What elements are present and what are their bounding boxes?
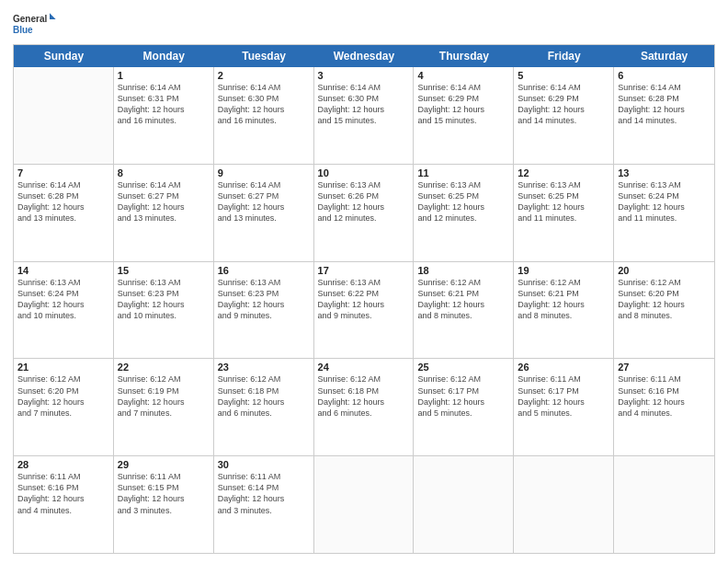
calendar-cell: 18Sunrise: 6:12 AM Sunset: 6:21 PM Dayli…	[414, 262, 514, 359]
calendar-row: 7Sunrise: 6:14 AM Sunset: 6:28 PM Daylig…	[14, 165, 714, 262]
calendar-cell: 3Sunrise: 6:14 AM Sunset: 6:30 PM Daylig…	[314, 67, 415, 164]
page-header: General Blue	[13, 9, 715, 39]
cell-date: 5	[518, 70, 609, 81]
cell-info: Sunrise: 6:11 AM Sunset: 6:16 PM Dayligh…	[618, 373, 711, 419]
calendar-cell: 26Sunrise: 6:11 AM Sunset: 6:17 PM Dayli…	[514, 359, 614, 455]
calendar-cell: 12Sunrise: 6:13 AM Sunset: 6:25 PM Dayli…	[514, 165, 614, 261]
cell-info: Sunrise: 6:12 AM Sunset: 6:19 PM Dayligh…	[118, 373, 210, 419]
cell-date: 26	[518, 362, 609, 373]
cell-date: 29	[118, 459, 210, 470]
cell-date: 13	[618, 167, 711, 178]
cell-date: 24	[318, 362, 410, 373]
cell-date: 27	[618, 362, 711, 373]
calendar-cell: 7Sunrise: 6:14 AM Sunset: 6:28 PM Daylig…	[14, 165, 114, 261]
calendar-cell	[614, 456, 714, 553]
cell-info: Sunrise: 6:13 AM Sunset: 6:25 PM Dayligh…	[417, 179, 509, 224]
cell-date: 11	[417, 167, 509, 178]
cell-info: Sunrise: 6:13 AM Sunset: 6:22 PM Dayligh…	[318, 277, 410, 322]
cell-info: Sunrise: 6:11 AM Sunset: 6:14 PM Dayligh…	[218, 471, 310, 516]
cell-date: 18	[417, 265, 509, 276]
day-header: Monday	[114, 45, 214, 67]
logo-svg: General Blue	[13, 9, 59, 39]
calendar-body: 1Sunrise: 6:14 AM Sunset: 6:31 PM Daylig…	[14, 67, 714, 553]
day-header: Sunday	[14, 45, 114, 67]
cell-date: 25	[417, 362, 509, 373]
cell-date: 3	[318, 70, 410, 81]
cell-info: Sunrise: 6:11 AM Sunset: 6:15 PM Dayligh…	[118, 471, 210, 516]
cell-info: Sunrise: 6:14 AM Sunset: 6:29 PM Dayligh…	[417, 82, 509, 127]
cell-info: Sunrise: 6:12 AM Sunset: 6:21 PM Dayligh…	[518, 277, 609, 322]
cell-date: 12	[518, 167, 609, 178]
cell-date: 16	[218, 265, 310, 276]
calendar: SundayMondayTuesdayWednesdayThursdayFrid…	[13, 44, 715, 554]
cell-info: Sunrise: 6:11 AM Sunset: 6:17 PM Dayligh…	[518, 373, 609, 419]
cell-info: Sunrise: 6:12 AM Sunset: 6:18 PM Dayligh…	[318, 373, 410, 419]
cell-date: 19	[518, 265, 609, 276]
cell-info: Sunrise: 6:11 AM Sunset: 6:16 PM Dayligh…	[17, 471, 109, 516]
cell-date: 1	[118, 70, 210, 81]
calendar-cell: 1Sunrise: 6:14 AM Sunset: 6:31 PM Daylig…	[114, 67, 214, 164]
calendar-cell: 24Sunrise: 6:12 AM Sunset: 6:18 PM Dayli…	[314, 359, 415, 455]
day-header: Friday	[514, 45, 614, 67]
calendar-cell: 8Sunrise: 6:14 AM Sunset: 6:27 PM Daylig…	[114, 165, 214, 261]
calendar-cell: 10Sunrise: 6:13 AM Sunset: 6:26 PM Dayli…	[314, 165, 415, 261]
calendar-cell: 17Sunrise: 6:13 AM Sunset: 6:22 PM Dayli…	[314, 262, 415, 359]
cell-date: 22	[118, 362, 210, 373]
calendar-cell: 25Sunrise: 6:12 AM Sunset: 6:17 PM Dayli…	[414, 359, 514, 455]
calendar-cell: 22Sunrise: 6:12 AM Sunset: 6:19 PM Dayli…	[114, 359, 214, 455]
calendar-cell	[514, 456, 614, 553]
cell-info: Sunrise: 6:13 AM Sunset: 6:24 PM Dayligh…	[17, 277, 109, 322]
cell-info: Sunrise: 6:12 AM Sunset: 6:21 PM Dayligh…	[417, 277, 509, 322]
day-headers: SundayMondayTuesdayWednesdayThursdayFrid…	[14, 45, 714, 67]
cell-info: Sunrise: 6:12 AM Sunset: 6:17 PM Dayligh…	[417, 373, 509, 419]
cell-date: 17	[318, 265, 410, 276]
cell-date: 7	[17, 167, 109, 178]
cell-info: Sunrise: 6:13 AM Sunset: 6:26 PM Dayligh…	[318, 179, 410, 224]
calendar-cell: 5Sunrise: 6:14 AM Sunset: 6:29 PM Daylig…	[514, 67, 614, 164]
cell-info: Sunrise: 6:13 AM Sunset: 6:23 PM Dayligh…	[118, 277, 210, 322]
calendar-row: 21Sunrise: 6:12 AM Sunset: 6:20 PM Dayli…	[14, 359, 714, 456]
cell-info: Sunrise: 6:13 AM Sunset: 6:25 PM Dayligh…	[518, 179, 609, 224]
cell-date: 21	[17, 362, 109, 373]
day-header: Saturday	[614, 45, 714, 67]
calendar-cell: 16Sunrise: 6:13 AM Sunset: 6:23 PM Dayli…	[214, 262, 314, 359]
cell-date: 20	[618, 265, 711, 276]
calendar-cell: 4Sunrise: 6:14 AM Sunset: 6:29 PM Daylig…	[414, 67, 514, 164]
cell-date: 23	[218, 362, 310, 373]
cell-date: 2	[218, 70, 310, 81]
cell-date: 28	[17, 459, 109, 470]
cell-info: Sunrise: 6:14 AM Sunset: 6:29 PM Dayligh…	[518, 82, 609, 127]
calendar-cell: 20Sunrise: 6:12 AM Sunset: 6:20 PM Dayli…	[614, 262, 714, 359]
calendar-cell: 11Sunrise: 6:13 AM Sunset: 6:25 PM Dayli…	[414, 165, 514, 261]
day-header: Tuesday	[214, 45, 314, 67]
calendar-cell	[14, 67, 114, 164]
calendar-cell: 28Sunrise: 6:11 AM Sunset: 6:16 PM Dayli…	[14, 456, 114, 553]
calendar-cell: 6Sunrise: 6:14 AM Sunset: 6:28 PM Daylig…	[614, 67, 714, 164]
day-header: Wednesday	[314, 45, 415, 67]
calendar-cell: 15Sunrise: 6:13 AM Sunset: 6:23 PM Dayli…	[114, 262, 214, 359]
cell-date: 8	[118, 167, 210, 178]
calendar-cell	[414, 456, 514, 553]
cell-info: Sunrise: 6:12 AM Sunset: 6:18 PM Dayligh…	[218, 373, 310, 419]
day-header: Thursday	[414, 45, 514, 67]
cell-info: Sunrise: 6:14 AM Sunset: 6:27 PM Dayligh…	[218, 179, 310, 224]
calendar-cell: 19Sunrise: 6:12 AM Sunset: 6:21 PM Dayli…	[514, 262, 614, 359]
cell-date: 15	[118, 265, 210, 276]
cell-info: Sunrise: 6:14 AM Sunset: 6:27 PM Dayligh…	[118, 179, 210, 224]
calendar-cell: 29Sunrise: 6:11 AM Sunset: 6:15 PM Dayli…	[114, 456, 214, 553]
calendar-cell: 13Sunrise: 6:13 AM Sunset: 6:24 PM Dayli…	[614, 165, 714, 261]
logo: General Blue	[13, 9, 59, 39]
calendar-row: 1Sunrise: 6:14 AM Sunset: 6:31 PM Daylig…	[14, 67, 714, 165]
calendar-cell: 2Sunrise: 6:14 AM Sunset: 6:30 PM Daylig…	[214, 67, 314, 164]
svg-marker-2	[50, 13, 56, 19]
calendar-cell: 14Sunrise: 6:13 AM Sunset: 6:24 PM Dayli…	[14, 262, 114, 359]
svg-text:Blue: Blue	[13, 25, 33, 35]
calendar-cell: 21Sunrise: 6:12 AM Sunset: 6:20 PM Dayli…	[14, 359, 114, 455]
cell-info: Sunrise: 6:13 AM Sunset: 6:24 PM Dayligh…	[618, 179, 711, 224]
cell-date: 6	[618, 70, 711, 81]
calendar-row: 14Sunrise: 6:13 AM Sunset: 6:24 PM Dayli…	[14, 262, 714, 360]
calendar-cell: 23Sunrise: 6:12 AM Sunset: 6:18 PM Dayli…	[214, 359, 314, 455]
cell-date: 10	[318, 167, 410, 178]
cell-info: Sunrise: 6:12 AM Sunset: 6:20 PM Dayligh…	[17, 373, 109, 419]
cell-date: 9	[218, 167, 310, 178]
